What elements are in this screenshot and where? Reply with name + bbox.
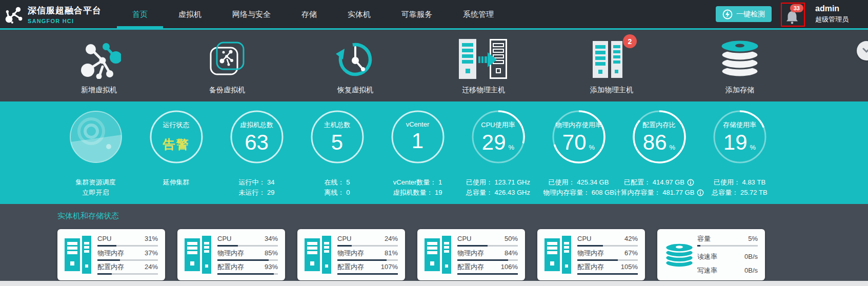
action-add-host[interactable]: 2 添加物理主机	[548, 30, 676, 101]
one-click-check-label: 一键检测	[736, 10, 765, 19]
metric-value: 50%	[504, 235, 518, 243]
tab-reliability-services[interactable]: 可靠服务	[386, 0, 448, 28]
metric-label: CPU	[217, 235, 231, 243]
metric-value: 93%	[265, 263, 278, 271]
stat-title: 运行状态	[163, 120, 190, 130]
page-title: 深信服超融合平台	[28, 5, 102, 16]
metric-label: 物理内存	[217, 249, 244, 257]
stat-unit: %	[589, 144, 595, 151]
stat-title: 虚拟机总数	[240, 120, 273, 130]
metric-label: 物理内存	[97, 249, 124, 257]
cluster-stats-strip: 集群资源调度 立即开启 运行状态 告警 延伸集群 虚拟机总数 63 运行中： 3…	[0, 101, 868, 204]
stat-title: CPU使用率	[481, 120, 515, 130]
action-label: 迁移物理主机	[462, 86, 505, 95]
metric-value: 31%	[145, 235, 158, 243]
enable-now-link[interactable]: 立即开启	[83, 188, 109, 198]
sangfor-logo-icon	[4, 5, 24, 24]
progress-bar	[457, 259, 518, 261]
stat-subline: 延伸集群	[163, 177, 190, 188]
action-migrate-host[interactable]: 迁移物理主机	[419, 30, 548, 101]
storage-card[interactable]: 容量5% 读速率0B/s 写速率0B/s	[657, 229, 765, 280]
action-label: 新增虚拟机	[81, 86, 117, 95]
metric-label: 配置内存	[577, 263, 604, 271]
metric-value: 0B/s	[744, 253, 758, 261]
metric-label: 读速率	[697, 253, 717, 261]
metric-value: 67%	[624, 249, 638, 257]
host-migrate-icon	[459, 39, 508, 79]
metric-label: 物理内存	[577, 249, 604, 257]
user-menu[interactable]: admin 超级管理员	[815, 4, 849, 24]
host-card-4[interactable]: CPU50% 物理内存84% 配置内存106%	[417, 229, 525, 280]
brand[interactable]: 深信服超融合平台 SANGFOR HCI	[0, 5, 117, 24]
action-label: 备份虚拟机	[209, 86, 245, 95]
server-icon	[425, 236, 451, 274]
metric-value: 84%	[504, 249, 518, 257]
stat-subline: 总容量： 25.72 TB	[712, 188, 767, 198]
main-nav: 首页 虚拟机 网络与安全 存储 实体机 可靠服务 系统管理	[117, 0, 509, 28]
stat-running-status: 运行状态 告警 延伸集群	[136, 101, 216, 204]
stat-provisioned-memory-ratio: 配置内存比 86 % 已配置： 414.97 GB 计算内存容量： 481.77…	[619, 101, 699, 204]
header-right: 一键检测 33 admin 超级管理员	[716, 0, 849, 28]
hosts-storage-section: 实体机和存储状态 CPU31% 物理内存37%	[0, 204, 868, 281]
status-alert-value: 告警	[163, 137, 190, 152]
bell-icon	[786, 10, 798, 24]
stat-subline: 虚拟机数量： 19	[393, 188, 442, 198]
progress-bar	[457, 245, 518, 247]
section-title: 实体机和存储状态	[57, 211, 868, 221]
tab-network-security[interactable]: 网络与安全	[217, 0, 286, 28]
stat-subline: 集群资源调度	[76, 177, 116, 188]
metric-value: 106%	[501, 263, 518, 271]
stat-unit: %	[750, 144, 756, 151]
metric-value: 5%	[748, 235, 758, 243]
action-create-vm[interactable]: 新增虚拟机	[35, 30, 163, 101]
metric-label: 配置内存	[457, 263, 484, 271]
host-card-5[interactable]: CPU42% 物理内存67% 配置内存105%	[537, 229, 645, 280]
storage-add-icon	[716, 39, 763, 79]
metric-label: CPU	[97, 235, 111, 243]
host-card-1[interactable]: CPU31% 物理内存37% 配置内存24%	[57, 229, 165, 280]
stat-value: 19	[723, 130, 748, 155]
stat-title: 物理内存使用率	[555, 120, 602, 130]
tab-physical-hosts[interactable]: 实体机	[332, 0, 386, 28]
chevron-down-icon	[857, 41, 868, 60]
one-click-check-button[interactable]: 一键检测	[716, 6, 772, 22]
stat-title: 配置内存比	[642, 120, 676, 130]
stat-vcenter: vCenter 1 vCenter数量： 1 虚拟机数量： 19	[377, 101, 458, 204]
stat-value: 86	[643, 130, 667, 155]
stat-storage-usage: 存储使用率 19 % 已使用： 4.83 TB 总容量： 25.72 TB	[699, 101, 780, 204]
action-restore-vm[interactable]: 恢复虚拟机	[291, 30, 419, 101]
stat-title: 存储使用率	[723, 120, 756, 130]
stat-subline: 已使用： 123.71 GHz	[466, 177, 530, 188]
stat-cluster-scheduling: 集群资源调度 立即开启	[55, 101, 136, 204]
stat-unit: %	[509, 144, 515, 151]
progress-bar	[337, 259, 398, 261]
action-backup-vm[interactable]: 备份虚拟机	[163, 30, 291, 101]
tab-storage[interactable]: 存储	[286, 0, 332, 28]
stat-value: 70	[562, 130, 587, 155]
vm-backup-icon	[207, 39, 247, 79]
tab-virtual-machines[interactable]: 虚拟机	[163, 0, 217, 28]
vm-molecule-icon	[77, 39, 121, 79]
metric-value: 24%	[385, 235, 398, 243]
metric-label: 配置内存	[217, 263, 244, 271]
host-card-3[interactable]: CPU24% 物理内存81% 配置内存107%	[297, 229, 405, 280]
stat-unit: %	[670, 144, 676, 151]
stat-vm-total: 虚拟机总数 63 运行中： 34 未运行： 29	[216, 101, 297, 204]
tab-system-management[interactable]: 系统管理	[448, 0, 509, 28]
stat-value: 29	[482, 130, 506, 155]
progress-bar	[337, 273, 398, 275]
metric-value: 85%	[265, 249, 278, 257]
action-label: 恢复虚拟机	[337, 86, 373, 95]
stat-title: 主机总数	[324, 120, 351, 130]
metric-label: 物理内存	[337, 249, 364, 257]
host-card-2[interactable]: CPU34% 物理内存85% 配置内存93%	[177, 229, 285, 280]
server-icon	[65, 236, 91, 274]
tab-home[interactable]: 首页	[117, 0, 163, 28]
metric-value: 34%	[265, 235, 278, 243]
collapse-panel-button[interactable]	[857, 41, 868, 60]
notification-annotation-box[interactable]: 33	[781, 3, 805, 27]
username: admin	[815, 4, 849, 13]
stat-subline: 物理内存容量： 608 GB	[543, 188, 614, 198]
info-icon[interactable]	[687, 179, 694, 186]
action-add-storage[interactable]: 添加存储	[676, 30, 804, 101]
